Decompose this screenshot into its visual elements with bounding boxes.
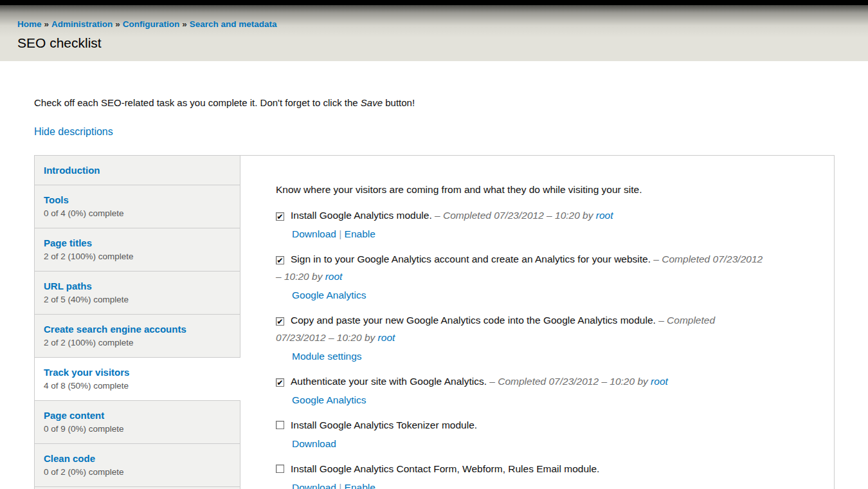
intro-text-after: button! — [383, 97, 415, 108]
task-item: ✔Sign in to your Google Analytics accoun… — [276, 250, 763, 304]
vertical-tabs-layout: Introduction Tools 0 of 4 (0%) complete … — [34, 155, 835, 489]
panel-description: Know where your visitors are coming from… — [276, 183, 763, 196]
task-link[interactable]: Google Analytics — [292, 290, 366, 300]
tab-panel-track-your-visitors: Know where your visitors are coming from… — [240, 155, 835, 489]
task-link[interactable]: Module settings — [292, 351, 362, 362]
sidebar-item[interactable]: Page titles 2 of 2 (100%) complete — [35, 228, 240, 272]
task-links: Download | Enable — [276, 479, 763, 489]
task-completed-by-link[interactable]: root — [325, 271, 343, 282]
task-links: Module settings — [276, 347, 763, 365]
intro-text-before: Check off each SEO-related task as you c… — [34, 97, 361, 108]
task-links: Download | Enable — [276, 225, 763, 243]
sidebar-item-label: Create search engine accounts — [44, 322, 231, 336]
task-link[interactable]: Download — [292, 438, 336, 449]
task-link[interactable]: Download — [292, 482, 336, 489]
sidebar-item[interactable]: Page content 0 of 9 (0%) complete — [35, 401, 240, 444]
task-checkbox[interactable] — [276, 421, 284, 429]
task-item: ✔Copy and paste your new Google Analytic… — [276, 311, 763, 365]
sidebar-item-progress: 0 of 4 (0%) complete — [44, 207, 231, 220]
breadcrumb-link-configuration[interactable]: Configuration — [123, 19, 179, 29]
sidebar-item-label: Introduction — [44, 163, 231, 177]
sidebar-item-label: Clean code — [44, 452, 231, 465]
task-list: ✔Install Google Analytics module. – Comp… — [276, 207, 763, 489]
task-label: Install Google Analytics module. — [291, 210, 432, 221]
sidebar-item[interactable]: Track your visitors 4 of 8 (50%) complet… — [35, 358, 240, 401]
task-checkbox[interactable]: ✔ — [276, 212, 284, 221]
task-completed-by-link[interactable]: root — [378, 332, 395, 343]
sidebar-item[interactable]: Create search engine accounts 2 of 2 (10… — [35, 315, 240, 358]
sidebar-tabs: Introduction Tools 0 of 4 (0%) complete … — [34, 155, 240, 489]
link-separator: | — [336, 228, 345, 239]
task-completed-by-link[interactable]: root — [596, 210, 613, 221]
task-completed: – Completed 07/23/2012 – 10:20 by root — [435, 210, 613, 221]
intro-save-word: Save — [361, 97, 383, 108]
task-label: Authenticate your site with Google Analy… — [291, 376, 487, 387]
sidebar-item-label: URL paths — [44, 279, 231, 293]
top-black-bar — [0, 0, 868, 5]
task-completed: – Completed 07/23/2012 – 10:20 by root — [489, 376, 668, 387]
task-checkbox[interactable]: ✔ — [276, 378, 284, 387]
sidebar-item[interactable]: Introduction — [35, 156, 240, 185]
task-line: ✔Authenticate your site with Google Anal… — [276, 373, 763, 390]
page-title: SEO checklist — [17, 35, 868, 51]
hide-descriptions-link[interactable]: Hide descriptions — [34, 125, 113, 138]
main-content: Check off each SEO-related task as you c… — [0, 61, 868, 489]
task-item: ✔Authenticate your site with Google Anal… — [276, 373, 763, 409]
task-links: Google Analytics — [276, 391, 763, 409]
task-line: Install Google Analytics Contact Form, W… — [276, 460, 763, 477]
sidebar-item-progress: 0 of 2 (0%) complete — [44, 465, 231, 479]
breadcrumb-separator: » — [44, 19, 50, 29]
link-separator: | — [336, 482, 345, 489]
task-completed-text: – Completed 07/23/2012 – 10:20 by — [489, 376, 651, 387]
task-label: Install Google Analytics Tokenizer modul… — [291, 420, 477, 430]
task-links: Google Analytics — [276, 286, 763, 304]
task-checkbox[interactable]: ✔ — [276, 317, 284, 326]
breadcrumb-link-home[interactable]: Home — [17, 19, 42, 29]
sidebar-item-progress: 2 of 2 (100%) complete — [44, 250, 231, 263]
task-link[interactable]: Enable — [345, 482, 375, 489]
task-item: ✔Install Google Analytics module. – Comp… — [276, 207, 763, 243]
intro-text: Check off each SEO-related task as you c… — [34, 97, 868, 109]
breadcrumb-separator: » — [115, 19, 120, 29]
task-link[interactable]: Download — [292, 228, 336, 239]
sidebar-item-progress: 2 of 2 (100%) complete — [44, 336, 231, 349]
task-label: Sign in to your Google Analytics account… — [291, 254, 651, 264]
sidebar-item-progress: 2 of 5 (40%) complete — [44, 293, 231, 306]
task-item: Install Google Analytics Contact Form, W… — [276, 460, 763, 489]
sidebar-item-progress: 4 of 8 (50%) complete — [44, 379, 231, 392]
breadcrumb-link-search-and-metadata[interactable]: Search and metadata — [190, 19, 277, 29]
task-label: Copy and paste your new Google Analytics… — [291, 315, 656, 326]
task-checkbox[interactable] — [276, 465, 284, 473]
sidebar-item[interactable]: Clean code 0 of 2 (0%) complete — [35, 444, 240, 487]
task-link[interactable]: Enable — [345, 228, 375, 239]
breadcrumb-link-administration[interactable]: Administration — [51, 19, 113, 29]
task-line: ✔Copy and paste your new Google Analytic… — [276, 311, 763, 346]
task-line: Install Google Analytics Tokenizer modul… — [276, 416, 763, 434]
task-line: ✔Install Google Analytics module. – Comp… — [276, 207, 763, 224]
sidebar-item-label: Page titles — [44, 236, 231, 250]
task-link[interactable]: Google Analytics — [292, 394, 366, 405]
sidebar-item-label: Tools — [44, 193, 231, 207]
sidebar-item-progress: 0 of 9 (0%) complete — [44, 422, 231, 436]
breadcrumb-separator: » — [182, 19, 187, 29]
task-item: Install Google Analytics Tokenizer modul… — [276, 416, 763, 452]
sidebar-item-label: Page content — [44, 409, 231, 422]
sidebar-item[interactable]: URL paths 2 of 5 (40%) complete — [35, 272, 240, 315]
sidebar-item-label: Track your visitors — [44, 365, 231, 379]
task-completed-by-link[interactable]: root — [651, 376, 668, 387]
page-header: Home»Administration»Configuration»Search… — [0, 5, 868, 61]
breadcrumb: Home»Administration»Configuration»Search… — [17, 19, 868, 30]
task-line: ✔Sign in to your Google Analytics accoun… — [276, 250, 763, 285]
task-links: Download — [276, 435, 763, 452]
task-completed-text: – Completed 07/23/2012 – 10:20 by — [435, 210, 596, 221]
sidebar-item[interactable]: Tools 0 of 4 (0%) complete — [35, 185, 240, 228]
task-label: Install Google Analytics Contact Form, W… — [291, 463, 599, 474]
task-checkbox[interactable]: ✔ — [276, 256, 284, 264]
